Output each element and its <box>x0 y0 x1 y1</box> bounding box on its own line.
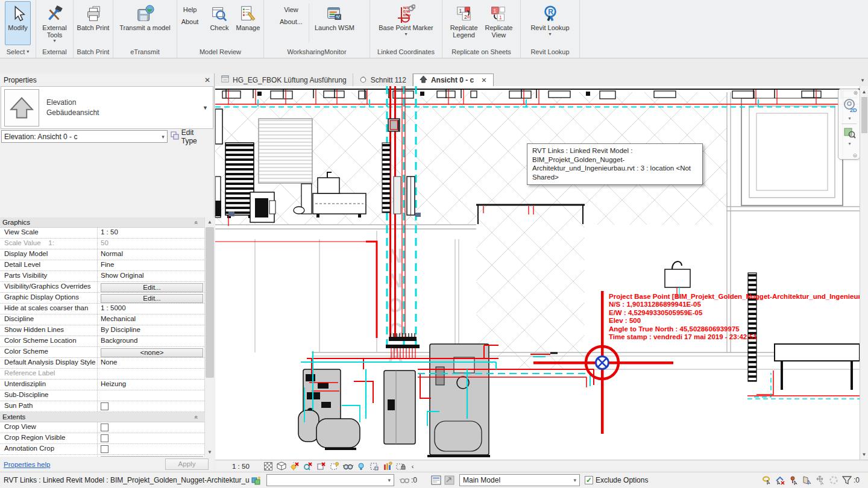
property-value[interactable]: By Discipline <box>98 325 204 336</box>
ribbon-group-worksharing-monitor: WorksharingMonitor <box>264 45 370 58</box>
status-search-combo[interactable]: ▾ <box>266 474 394 486</box>
active-workset-combo[interactable]: Main Model ▾ <box>459 474 580 486</box>
manage-button[interactable]: Manage <box>233 1 263 45</box>
property-value[interactable]: Fine <box>98 260 204 271</box>
drag-on-selection-icon[interactable] <box>815 475 826 486</box>
tab-list-caret-icon[interactable]: ▾ <box>857 74 868 86</box>
editable-only-icon[interactable] <box>444 475 454 486</box>
constraints-lock-icon[interactable] <box>396 461 406 471</box>
type-selector-caret-icon[interactable]: ▼ <box>203 105 208 111</box>
editable-glasses-icon[interactable] <box>399 475 410 486</box>
color-scheme-button[interactable]: <none> <box>101 348 203 357</box>
canvas-scrollbar[interactable]: ▲ ▼ <box>860 86 868 460</box>
select-pinned-icon[interactable] <box>788 475 799 486</box>
annotation-crop-checkbox[interactable] <box>101 445 108 453</box>
navbar-minimize-icon[interactable]: ⊖ <box>852 152 857 158</box>
navigation-bar: ⊗ 2D ▾ ▾ ⊖ <box>838 89 860 160</box>
displaced-elements-icon[interactable] <box>383 461 393 471</box>
selection-filter-icon[interactable] <box>841 475 852 486</box>
section-extents[interactable]: Extents« <box>0 412 204 422</box>
tab-elevation-active[interactable]: Ansicht 0 - c ✕ <box>413 74 494 86</box>
edit-type-icon <box>171 131 179 142</box>
base-point-crosshair-icon: N/SE/WElev <box>396 4 415 24</box>
scroll-down-icon[interactable]: ▼ <box>860 450 868 458</box>
scroll-up-icon[interactable]: ▲ <box>205 217 215 227</box>
property-value[interactable]: 1 : 50 <box>98 228 204 238</box>
sun-path-checkbox[interactable] <box>101 402 108 410</box>
property-value[interactable]: Mechanical <box>98 314 204 325</box>
steering-wheel-icon: 2D <box>842 98 858 113</box>
close-properties-icon[interactable]: ✕ <box>204 76 210 84</box>
replicate-view-button[interactable]: 11 Replicate View <box>482 1 516 45</box>
properties-help-link[interactable]: Properties help <box>4 461 50 468</box>
zoom-button[interactable] <box>838 127 860 139</box>
select-links-icon[interactable] <box>762 475 773 486</box>
crop-view-icon[interactable] <box>316 461 327 471</box>
select-underlay-icon[interactable] <box>775 475 786 486</box>
crop-view-checkbox[interactable] <box>101 424 108 431</box>
worksets-dialog-icon[interactable] <box>430 475 441 486</box>
tab-section[interactable]: Schnitt 112 <box>353 74 413 86</box>
check-button[interactable]: Check <box>207 1 231 45</box>
close-tab-icon[interactable]: ✕ <box>481 77 486 84</box>
tab-sheet[interactable]: HG_EG_FBOK Lüftung Ausführung <box>215 74 353 86</box>
properties-palette: Properties ✕ Elevation Gebäudeansicht ▼ … <box>0 74 215 472</box>
analytical-model-icon[interactable] <box>370 461 380 471</box>
view-button[interactable]: View <box>280 6 303 13</box>
property-value[interactable]: Normal <box>98 249 204 260</box>
property-row: Color Scheme LocationBackground <box>0 336 204 347</box>
property-value[interactable]: None <box>98 358 204 368</box>
visual-style-icon[interactable] <box>277 461 287 471</box>
revit-lookup-button[interactable]: R Revit Lookup ▾ <box>527 1 572 45</box>
detail-level-icon[interactable] <box>263 461 274 471</box>
drawing-canvas[interactable]: NNOCAD <box>215 86 860 460</box>
edit-visibility-button[interactable]: Edit... <box>101 283 203 292</box>
zoom-menu-caret-icon[interactable]: ▾ <box>838 141 860 146</box>
reveal-hidden-icon[interactable] <box>356 461 366 471</box>
exclude-options-checkbox[interactable]: ✓ <box>585 476 593 484</box>
external-tools-button[interactable]: External Tools ▾ <box>39 1 69 45</box>
base-point-marker-button[interactable]: N/SE/WElev Base Point Marker ▾ <box>376 1 436 45</box>
scroll-down-icon[interactable]: ▼ <box>205 448 215 457</box>
edit-type-button[interactable]: Edit Type <box>168 130 214 143</box>
transmit-model-button[interactable]: Transmit a model <box>116 1 174 45</box>
property-value[interactable]: Heizung <box>98 380 204 390</box>
property-row: Hide at scales coarser than1 : 5000 <box>0 304 204 314</box>
sun-path-icon[interactable] <box>290 461 300 471</box>
edit-graphic-display-button[interactable]: Edit... <box>101 294 203 303</box>
modify-button[interactable]: Modify <box>5 1 30 45</box>
property-value[interactable]: Background <box>98 336 204 346</box>
navbar-close-icon[interactable]: ⊗ <box>853 90 858 96</box>
view-scale-button[interactable]: 1 : 50 <box>232 463 250 470</box>
batch-print-button[interactable]: Batch Print <box>74 1 113 45</box>
crop-region-visible-checkbox[interactable] <box>101 434 108 442</box>
ribbon-group-select[interactable]: Select▾ <box>0 45 36 58</box>
about-ellipsis-button[interactable]: About... <box>280 18 303 25</box>
wheel-menu-caret-icon[interactable]: ▾ <box>838 116 860 121</box>
property-value[interactable]: 1 : 5000 <box>98 304 204 314</box>
section-graphics[interactable]: Graphics« <box>0 217 204 228</box>
properties-scrollbar[interactable]: ▲ ▼ <box>204 217 215 457</box>
crop-region-icon[interactable] <box>330 461 340 471</box>
scrollbar-thumb[interactable] <box>861 97 867 133</box>
scrollbar-thumb[interactable] <box>206 227 214 378</box>
type-selector[interactable]: Elevation Gebäudeansicht ▼ <box>1 86 213 129</box>
temporary-hide-glasses-icon[interactable] <box>343 461 353 471</box>
steering-wheel-button[interactable]: 2D <box>838 98 860 113</box>
scroll-up-icon[interactable]: ▲ <box>860 87 868 96</box>
shadows-icon[interactable] <box>303 461 313 471</box>
help-button[interactable]: Help <box>181 6 199 13</box>
property-row: Show Hidden LinesBy Discipline <box>0 325 204 336</box>
about-button[interactable]: About <box>181 18 199 25</box>
viewbar-collapse-icon[interactable]: ‹ <box>412 463 414 470</box>
manage-list-icon <box>239 4 257 24</box>
launch-wsm-button[interactable]: Launch WSM <box>312 1 357 45</box>
instance-selector-combo[interactable]: Elevation: Ansicht 0 - c ▾ <box>1 130 168 143</box>
property-value[interactable] <box>98 390 204 401</box>
ribbon-panel-select: Modify Select▾ <box>0 0 36 58</box>
apply-button[interactable]: Apply <box>165 458 209 470</box>
replicate-legend-button[interactable]: 12 Replicate Legend <box>447 1 481 45</box>
select-by-face-icon[interactable] <box>802 475 813 486</box>
property-value[interactable]: Show Original <box>98 271 204 281</box>
properties-footer: Properties help Apply <box>0 457 215 472</box>
